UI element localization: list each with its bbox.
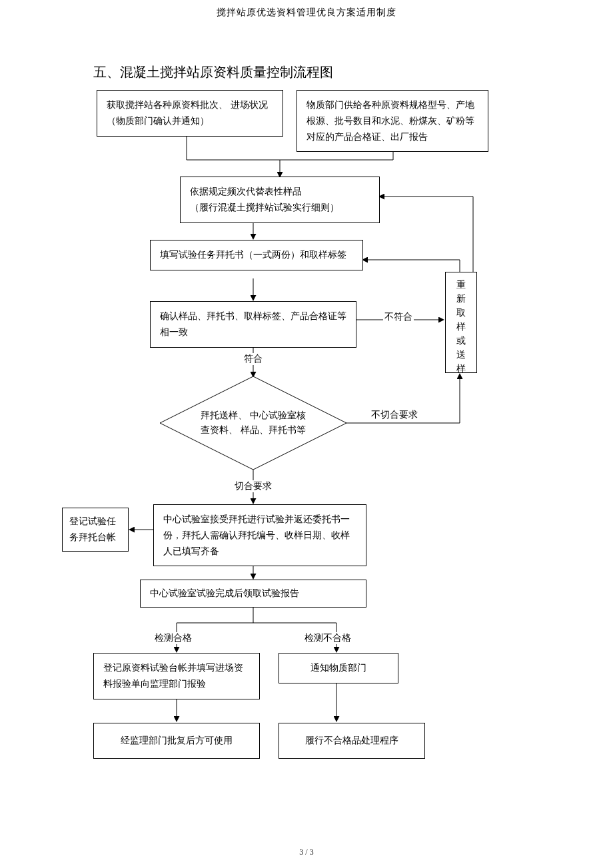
label-nonconform: 不符合 <box>383 311 414 323</box>
node-after-approval: 经监理部门批复后方可使用 <box>93 723 260 759</box>
decision-text: 拜托送样、 中心试验室核查资料、 样品、拜托书等 <box>200 408 306 438</box>
node-decision-review: 拜托送样、 中心试验室核查资料、 样品、拜托书等 <box>160 376 346 470</box>
flowchart-page: 搅拌站原优选资料管理优良方案适用制度 五、混凝土搅拌站原资料质量控制流程图 <box>0 0 613 868</box>
label-fail: 检测不合格 <box>303 632 352 644</box>
node-get-report: 中心试验室试验完成后领取试验报告 <box>140 580 366 608</box>
node-register-ledger: 登记试验任务拜托台帐 <box>62 508 129 552</box>
node-confirm-consistency: 确认样品、拜托书、取样标签、产品合格证等相一致 <box>150 301 356 348</box>
node-register-submit: 登记原资料试验台帐并填写进场资料报验单向监理部门报验 <box>93 653 260 699</box>
node-notify-dept: 通知物质部门 <box>279 653 398 683</box>
label-conform: 符合 <box>243 353 264 365</box>
node-fill-commission: 填写试验任务拜托书（一式两份）和取样标签 <box>150 240 363 270</box>
page-footer: 3 / 3 <box>0 847 613 857</box>
label-notmeet: 不切合要求 <box>370 409 419 421</box>
node-nonconforming-proc: 履行不合格品处理程序 <box>279 723 425 759</box>
node-sampling-rule: 依据规定频次代替表性样品 （履行混凝土搅拌站试验实行细则） <box>180 177 380 223</box>
label-meet: 切合要求 <box>233 480 273 492</box>
node-acquire-batch: 获取搅拌站各种原资料批次、 进场状况（物质部门确认并通知） <box>97 90 283 137</box>
node-resample: 重新取样或送样 <box>445 272 477 373</box>
label-pass: 检测合格 <box>153 632 193 644</box>
node-lab-accept: 中心试验室接受拜托进行试验并返还委托书一份，拜托人需确认拜托编号、收样日期、收样… <box>153 504 366 566</box>
node-material-dept-supply: 物质部门供给各种原资料规格型号、产地根源、批号数目和水泥、粉煤灰、矿粉等对应的产… <box>297 90 488 152</box>
